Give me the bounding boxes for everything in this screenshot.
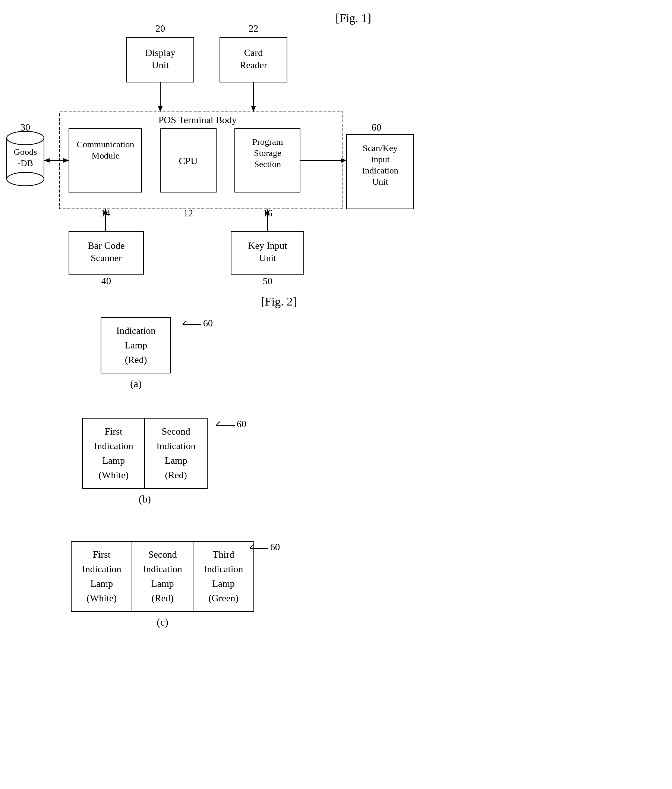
fig2-c-cell3: ThirdIndicationLamp(Green) (193, 541, 254, 612)
fig2-title: [Fig. 2] (261, 295, 297, 308)
svg-text:Communication: Communication (77, 139, 135, 149)
svg-text:Input: Input (371, 155, 390, 164)
svg-text:Unit: Unit (152, 60, 169, 70)
fig2-b-num: 60 (212, 414, 242, 431)
fig2-c-table: FirstIndicationLamp(White) SecondIndicat… (71, 541, 254, 612)
svg-text:Unit: Unit (259, 252, 277, 264)
svg-text:20: 20 (155, 23, 165, 34)
svg-text:Section: Section (254, 159, 281, 169)
svg-point-29 (7, 172, 44, 186)
fig2-b-cell1: FirstIndicationLamp(White) (82, 418, 145, 488)
svg-line-56 (183, 321, 186, 324)
page: { "fig1": { "title": "[Fig. 1]", "labels… (0, 0, 672, 789)
svg-text:Unit: Unit (372, 177, 389, 187)
svg-rect-14 (69, 129, 142, 192)
fig2-b-label: (b) (82, 493, 208, 505)
svg-text:Reader: Reader (240, 60, 267, 70)
svg-marker-33 (44, 158, 49, 163)
svg-marker-42 (341, 158, 347, 163)
svg-text:60: 60 (270, 541, 280, 553)
svg-text:22: 22 (248, 23, 258, 34)
fig2-a-cell: IndicationLamp(Red) (101, 318, 171, 373)
fig2-a-table: IndicationLamp(Red) (100, 317, 171, 374)
fig2-c-cell2: SecondIndicationLamp(Red) (132, 541, 193, 612)
svg-text:50: 50 (263, 276, 272, 286)
svg-text:Program: Program (252, 137, 283, 147)
fig2-c-num: 60 (246, 537, 276, 555)
svg-text:Key Input: Key Input (248, 240, 287, 251)
svg-text:Goods: Goods (14, 147, 37, 157)
svg-text:60: 60 (372, 122, 381, 133)
fig2-c-cell1: FirstIndicationLamp(White) (71, 541, 132, 612)
fig1-diagram: 20 Display Unit 22 Card Reader POS Termi… (0, 0, 672, 324)
svg-text:40: 40 (101, 276, 111, 286)
fig2-a-num: 60 (179, 313, 209, 331)
svg-text:Scanner: Scanner (91, 252, 122, 264)
svg-text:Module: Module (92, 151, 119, 160)
svg-text:CPU: CPU (179, 156, 198, 166)
svg-text:-DB: -DB (18, 158, 33, 168)
svg-text:POS Terminal Body: POS Terminal Body (158, 115, 237, 125)
svg-text:Display: Display (145, 47, 175, 58)
svg-line-62 (250, 545, 253, 548)
svg-text:60: 60 (237, 418, 246, 430)
fig2-c-container: 60 FirstIndicationLamp(White) SecondIndi… (71, 541, 254, 628)
svg-line-59 (216, 422, 220, 425)
svg-marker-11 (251, 106, 256, 112)
svg-text:Card: Card (244, 47, 263, 58)
svg-text:60: 60 (203, 318, 213, 329)
fig2-b-container: 60 FirstIndicationLamp(White) SecondIndi… (82, 418, 208, 505)
svg-point-28 (7, 131, 44, 145)
fig2-b-table: FirstIndicationLamp(White) SecondIndicat… (82, 418, 208, 489)
fig2-b-cell2: SecondIndicationLamp(Red) (145, 418, 207, 488)
svg-text:Bar Code: Bar Code (88, 240, 125, 251)
svg-text:12: 12 (183, 208, 193, 219)
svg-text:Indication: Indication (362, 166, 398, 175)
svg-text:Storage: Storage (254, 148, 281, 158)
fig2-a-container: 60 IndicationLamp(Red) (a) (100, 317, 171, 390)
svg-marker-9 (158, 106, 162, 112)
fig2-c-label: (c) (71, 616, 254, 628)
svg-text:Scan/Key: Scan/Key (363, 143, 397, 153)
fig2-a-label: (a) (100, 378, 171, 390)
